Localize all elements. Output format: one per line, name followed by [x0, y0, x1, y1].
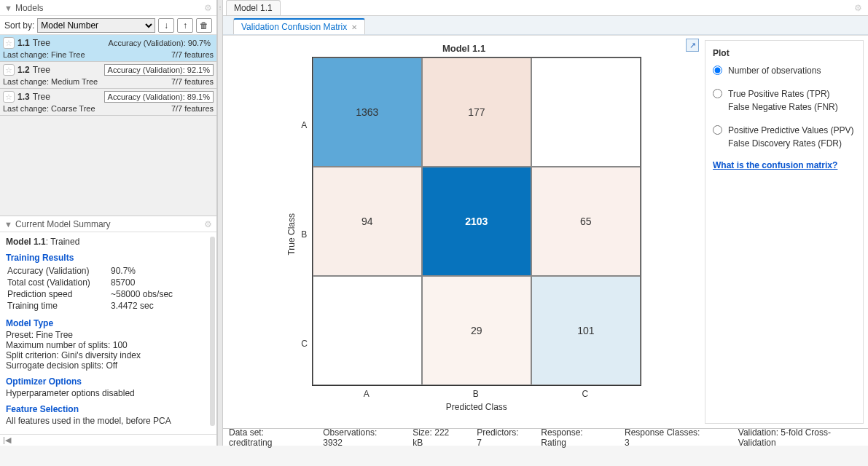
gear-icon[interactable]: ⚙: [204, 219, 212, 229]
criterion-text: Split criterion: Gini's diversity index: [6, 350, 211, 360]
sub-tab-strip: Validation Confusion Matrix ✕: [223, 16, 868, 35]
time-value: 3.4472 sec: [111, 301, 209, 311]
status-dataset: Data set: creditrating: [229, 427, 305, 448]
training-results-header: Training Results: [6, 253, 211, 263]
cost-value: 85700: [111, 277, 209, 288]
time-label: Training time: [7, 301, 109, 311]
radio-tpr-label: True Positive Rates (TPR): [728, 87, 838, 100]
speed-value: ~58000 obs/sec: [111, 289, 209, 299]
x-tick: A: [312, 389, 421, 399]
sort-label: Sort by:: [4, 20, 34, 31]
chart-container: ↗ Model 1.1 True Class ABC 1363177942103…: [223, 36, 705, 428]
model-features: 7/7 features: [171, 77, 214, 86]
radio-ppv-fdr[interactable]: [713, 125, 722, 135]
chart-title: Model 1.1: [442, 43, 485, 54]
summary-panel-header[interactable]: ▼ Current Model Summary ⚙: [0, 216, 216, 232]
models-panel-header[interactable]: ▼ Models ⚙: [0, 0, 216, 16]
cost-label: Total cost (Validation): [7, 277, 109, 288]
models-list: ☆1.1TreeAccuracy (Validation): 90.7%Last…: [0, 35, 216, 216]
model-accuracy: Accuracy (Validation): 89.1%: [104, 91, 214, 103]
model-type-header: Model Type: [6, 318, 211, 328]
paginator[interactable]: |◀: [0, 434, 216, 446]
radio-tpr-fnr[interactable]: [713, 89, 722, 98]
y-tick: C: [301, 289, 308, 398]
plot-options-panel: Plot Number of observations True Positiv…: [705, 40, 864, 424]
status-observations: Observations: 3932: [323, 427, 395, 448]
model-last-change: Last change: Coarse Tree: [3, 104, 171, 113]
matrix-cell-0-0: 1363: [313, 58, 422, 167]
model-features: 7/7 features: [171, 104, 214, 113]
export-icon[interactable]: ↗: [686, 39, 699, 52]
accuracy-value: 90.7%: [111, 266, 209, 276]
matrix-cell-2-1: 29: [422, 276, 531, 385]
matrix-cell-1-1: 2103: [422, 167, 531, 276]
tab-model[interactable]: Model 1.1: [226, 0, 281, 15]
model-type: Tree: [33, 65, 104, 75]
accuracy-label: Accuracy (Validation): [7, 266, 109, 276]
model-type: Tree: [33, 38, 106, 48]
sort-up-button[interactable]: ↑: [177, 18, 193, 33]
model-accuracy: Accuracy (Validation): 92.1%: [104, 64, 214, 76]
model-id: 1.3: [17, 92, 30, 102]
splits-text: Maximum number of splits: 100: [6, 340, 211, 350]
x-tick: B: [421, 389, 531, 399]
star-icon[interactable]: ☆: [3, 37, 15, 49]
gear-icon[interactable]: ⚙: [854, 3, 862, 13]
x-axis-label: Predicted Class: [312, 402, 641, 412]
x-tick: C: [531, 389, 640, 399]
preset-text: Preset: Fine Tree: [6, 330, 211, 340]
star-icon[interactable]: ☆: [3, 91, 15, 103]
tab-confusion-label: Validation Confusion Matrix: [241, 22, 347, 32]
status-response: Response: Rating: [541, 427, 607, 448]
matrix-cell-0-1: 177: [422, 58, 531, 167]
confusion-matrix: 13631779421036529101: [312, 57, 641, 386]
model-id: 1.2: [17, 65, 30, 75]
model-last-change: Last change: Fine Tree: [3, 50, 171, 59]
tab-confusion-matrix[interactable]: Validation Confusion Matrix ✕: [233, 18, 365, 34]
summary-body: Model 1.1: Trained Training Results Accu…: [0, 232, 216, 434]
surrogate-text: Surrogate decision splits: Off: [6, 360, 211, 371]
collapse-icon: ▼: [4, 4, 12, 12]
summary-model-status: : Trained: [46, 237, 80, 247]
pane-resize-handle[interactable]: ⋮: [217, 0, 223, 446]
matrix-cell-2-2: 101: [531, 276, 641, 385]
summary-title: Current Model Summary: [15, 219, 204, 229]
feature-text: All features used in the model, before P…: [6, 416, 211, 426]
y-ticks: ABC: [301, 71, 308, 398]
status-validation: Validation: 5-fold Cross-Validation: [738, 427, 862, 448]
status-predictors: Predictors: 7: [477, 427, 523, 448]
radio-observations-label: Number of observations: [728, 64, 821, 77]
status-bar: Data set: creditrating Observations: 393…: [223, 428, 868, 446]
y-axis-label: True Class: [286, 213, 297, 256]
sort-select[interactable]: Model Number: [37, 18, 155, 33]
close-icon[interactable]: ✕: [351, 23, 357, 31]
speed-label: Prediction speed: [7, 289, 109, 299]
matrix-cell-1-0: 94: [313, 167, 422, 276]
help-link[interactable]: What is the confusion matrix?: [713, 160, 856, 170]
matrix-cell-1-2: 65: [531, 167, 641, 276]
star-icon[interactable]: ☆: [3, 64, 15, 76]
delete-button[interactable]: 🗑: [196, 18, 212, 33]
collapse-icon: ▼: [4, 220, 12, 229]
radio-fdr-label: False Discovery Rates (FDR): [728, 137, 854, 150]
model-item-1.2[interactable]: ☆1.2TreeAccuracy (Validation): 92.1%Last…: [0, 62, 216, 89]
status-size: Size: 222 kB: [413, 427, 459, 448]
model-type: Tree: [33, 92, 104, 102]
radio-fnr-label: False Negative Rates (FNR): [728, 100, 838, 114]
model-item-1.1[interactable]: ☆1.1TreeAccuracy (Validation): 90.7%Last…: [0, 35, 216, 62]
tab-model-label: Model 1.1: [234, 3, 273, 13]
optimizer-text: Hyperparameter options disabled: [6, 388, 211, 398]
model-id: 1.1: [17, 38, 30, 48]
summary-model-label: Model 1.1: [6, 237, 46, 247]
model-accuracy: Accuracy (Validation): 90.7%: [106, 38, 214, 48]
x-ticks: ABC: [312, 389, 641, 399]
y-tick: A: [301, 71, 308, 180]
feature-header: Feature Selection: [6, 404, 211, 414]
radio-ppv-label: Positive Predictive Values (PPV): [728, 124, 854, 137]
document-tab-strip: Model 1.1 ⚙: [223, 0, 868, 16]
gear-icon[interactable]: ⚙: [204, 3, 212, 13]
model-item-1.3[interactable]: ☆1.3TreeAccuracy (Validation): 89.1%Last…: [0, 89, 216, 116]
radio-observations[interactable]: [713, 66, 722, 75]
models-title: Models: [15, 3, 204, 13]
sort-down-button[interactable]: ↓: [158, 18, 174, 33]
